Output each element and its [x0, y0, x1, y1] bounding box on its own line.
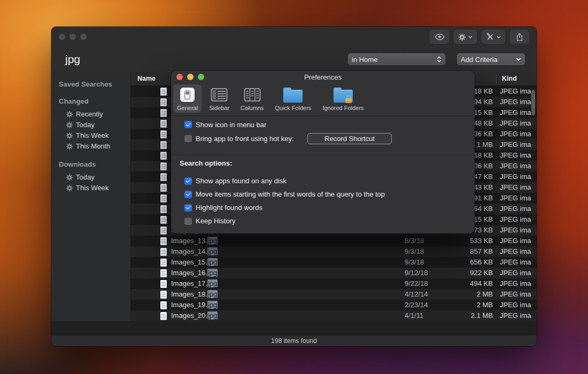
checkbox[interactable]	[184, 177, 192, 185]
file-kind: JPEG ima	[500, 86, 536, 97]
highlighted-extension: jpg	[207, 290, 218, 298]
dialog-title: Preferences	[171, 73, 475, 81]
sidebar-item-label: Today	[76, 121, 95, 129]
search-query[interactable]: jpg	[65, 53, 80, 66]
smart-folder-gear-icon	[66, 143, 73, 150]
column-header-kind[interactable]: Kind	[502, 75, 517, 82]
tab-quick-folders[interactable]: Quick Folders	[271, 84, 315, 113]
gear-icon	[66, 132, 73, 139]
share-button[interactable]	[510, 30, 529, 44]
sidebar-saved-search[interactable]: Today	[51, 119, 130, 130]
document-icon	[160, 141, 167, 149]
minimize-button-inactive[interactable]	[69, 34, 76, 40]
file-row[interactable]: Images_14.jpg 9/3/18 857 KB JPEG ima	[131, 246, 537, 257]
sidebar-section: Changed Recently Today	[51, 97, 130, 151]
status-text: 198 items found	[271, 337, 316, 345]
tab-general[interactable]: General	[173, 84, 202, 113]
chevron-down-icon	[497, 36, 501, 38]
preference-option[interactable]: Show apps found on any disk	[184, 174, 465, 188]
window-titlebar[interactable]	[51, 27, 537, 47]
close-button-inactive[interactable]	[59, 34, 65, 40]
vertical-scrollbar-thumb[interactable]	[531, 90, 535, 115]
gear-icon	[66, 111, 73, 118]
sidebar-item-label: Today	[76, 173, 95, 181]
preference-option[interactable]: Show icon in menu bar	[184, 118, 465, 131]
file-row[interactable]: Images_17.jpg 9/22/18 494 KB JPEG ima	[131, 278, 537, 289]
document-icon	[160, 259, 167, 267]
chevron-down-icon	[516, 58, 521, 61]
search-bar: jpg in Home Add Criteria	[51, 47, 537, 72]
updown-chevrons-icon	[437, 56, 442, 63]
add-criteria-popup[interactable]: Add Criteria	[457, 53, 525, 65]
sidebar-saved-search[interactable]: Recently	[51, 108, 130, 119]
checkbox[interactable]	[184, 121, 192, 128]
smart-folder-gear-icon	[66, 174, 73, 181]
checkbox-label: Show icon in menu bar	[196, 121, 266, 129]
sidebar-item-label: This Month	[76, 142, 110, 150]
column-header-name[interactable]: Name	[137, 75, 156, 82]
file-size: 533 KB	[470, 236, 493, 246]
preference-option[interactable]: Highlight found words	[184, 201, 465, 214]
file-size: 656 KB	[470, 257, 493, 268]
file-kind: JPEG ima	[500, 139, 536, 150]
file-kind: JPEG ima	[500, 289, 536, 300]
preferences-titlebar[interactable]: Preferences	[171, 71, 475, 83]
checkbox[interactable]	[184, 217, 192, 225]
chevron-down-icon	[468, 36, 473, 38]
checkbox[interactable]	[184, 191, 192, 198]
tab-sidebar[interactable]: Sidebar	[205, 84, 233, 113]
highlighted-extension: jpg	[207, 237, 218, 245]
column-divider[interactable]	[496, 74, 497, 83]
file-kind: JPEG ima	[500, 214, 536, 225]
actions-menu-button[interactable]	[454, 30, 477, 44]
checkbox-label: Show apps found on any disk	[196, 177, 287, 185]
file-row[interactable]: Images_15.jpg 9/3/18 656 KB JPEG ima	[131, 257, 537, 268]
preference-option[interactable]: Keep History	[184, 214, 465, 228]
tools-menu-button[interactable]	[482, 30, 505, 44]
tab-ignored-folders[interactable]: Ignored Folders	[319, 84, 367, 113]
tab-label: Ignored Folders	[322, 105, 363, 111]
file-date: 9/22/18	[405, 278, 428, 289]
scope-popup[interactable]: in Home	[348, 53, 445, 65]
file-kind: JPEG ima	[500, 182, 536, 193]
checkbox[interactable]	[184, 135, 192, 142]
zoom-button-inactive[interactable]	[80, 34, 87, 40]
file-row[interactable]: Images_16.jpg 9/12/18 922 KB JPEG ima	[131, 268, 537, 278]
gear-icon	[66, 143, 73, 150]
document-icon	[160, 184, 167, 192]
checkbox[interactable]	[184, 204, 192, 212]
highlighted-extension: jpg	[207, 301, 218, 309]
preference-option[interactable]: Move items starting with the first words…	[184, 188, 465, 201]
file-kind: JPEG ima	[500, 97, 536, 107]
file-kind: JPEG ima	[500, 161, 536, 172]
file-row[interactable]: Images_18.jpg 4/12/14 2 MB JPEG ima	[131, 289, 537, 300]
document-icon	[160, 312, 167, 320]
file-kind: JPEG ima	[500, 107, 536, 118]
file-kind: JPEG ima	[500, 300, 536, 310]
document-icon	[160, 173, 167, 181]
file-kind: JPEG ima	[500, 129, 536, 139]
file-kind: JPEG ima	[500, 118, 536, 129]
record-shortcut-button[interactable]: Record Shortcut	[307, 133, 392, 144]
file-row[interactable]: Images_13.jpg 8/3/18 533 KB JPEG ima	[131, 236, 537, 246]
sidebar-title: Saved Searches	[51, 80, 130, 88]
sidebar-saved-search[interactable]: Today	[51, 172, 130, 182]
sidebar-saved-search[interactable]: This Month	[51, 141, 130, 151]
file-kind: JPEG ima	[500, 172, 536, 182]
tab-columns[interactable]: Columns	[237, 84, 267, 113]
file-size: 2 MB	[477, 289, 493, 300]
checkbox-label: Move items starting with the first words…	[196, 190, 385, 198]
tab-label: Columns	[241, 105, 264, 111]
preference-option[interactable]: Bring app to front using hot key: Record…	[184, 131, 465, 145]
status-bar: 198 items found	[51, 335, 537, 346]
file-size: 922 KB	[470, 268, 493, 278]
file-date: 9/12/18	[405, 268, 428, 278]
sidebar-saved-search[interactable]: This Week	[51, 182, 130, 193]
file-kind: JPEG ima	[500, 150, 536, 161]
preview-button[interactable]	[430, 30, 449, 44]
checkbox-label: Bring app to front using hot key:	[196, 135, 294, 143]
sidebar-saved-search[interactable]: This Week	[51, 130, 130, 141]
document-icon	[160, 130, 167, 138]
file-row[interactable]: Images_19.jpg 2/23/14 2 MB JPEG ima	[131, 300, 537, 310]
file-row[interactable]: Images_20.jpg 4/1/11 2.1 MB JPEG ima	[131, 310, 537, 321]
